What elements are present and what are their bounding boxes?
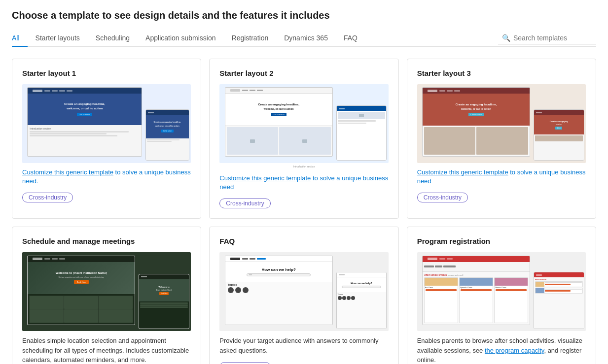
template-title-faq: FAQ (219, 237, 388, 245)
template-desc-starter1: Customize this generic template to solve… (22, 168, 191, 186)
tab-starter-layouts[interactable]: Starter layouts (28, 30, 88, 47)
search-input[interactable] (513, 34, 592, 42)
template-preview-schedule: Welcome to [Insert Institution Name] Set… (22, 252, 191, 331)
template-title-starter3: Starter layout 3 (417, 69, 586, 77)
template-card-faq[interactable]: FAQ How can we he (209, 227, 398, 364)
template-title-starter2: Starter layout 2 (219, 69, 388, 77)
template-desc-schedule: Enables simple location selection and ap… (22, 336, 191, 364)
nav-bar: All Starter layouts Scheduling Applicati… (12, 30, 596, 47)
template-card-starter2[interactable]: Starter layout 2 (209, 59, 398, 219)
template-preview-faq: How can we help? Topics (219, 252, 388, 331)
template-card-starter3[interactable]: Starter layout 3 (407, 59, 596, 219)
template-desc-starter2: Customize this generic template to solve… (219, 174, 388, 192)
template-title-schedule: Schedule and manage meetings (22, 237, 191, 245)
template-preview-starter3: Create an engaging headline, welcome, or… (417, 84, 586, 163)
template-preview-starter1: Create an engaging headline, welcome, or… (22, 84, 191, 163)
template-card-schedule[interactable]: Schedule and manage meetings (12, 227, 201, 364)
template-tag-starter2[interactable]: Cross-industry (219, 199, 270, 208)
template-tag-starter3[interactable]: Cross-industry (417, 193, 468, 202)
template-title-registration: Program registration (417, 237, 586, 245)
tab-dynamics365[interactable]: Dynamics 365 (276, 30, 336, 47)
tab-all[interactable]: All (12, 30, 28, 47)
tab-faq[interactable]: FAQ (336, 30, 365, 47)
template-title-starter1: Starter layout 1 (22, 69, 191, 77)
template-tag-faq[interactable]: Cross-industry (219, 362, 270, 364)
search-box[interactable]: 🔍 (498, 32, 596, 44)
template-desc-registration: Enables parents to browse after school a… (417, 336, 586, 364)
template-preview-starter2: Create an engaging headline, welcome, or… (219, 84, 388, 163)
template-card-registration[interactable]: Program registration (407, 227, 596, 364)
template-tag-starter1[interactable]: Cross-industry (22, 193, 73, 202)
template-card-starter1[interactable]: Starter layout 1 (12, 59, 201, 219)
tab-registration[interactable]: Registration (224, 30, 277, 47)
template-desc-starter3: Customize this generic template to solve… (417, 168, 586, 186)
nav-tabs: All Starter layouts Scheduling Applicati… (12, 30, 365, 46)
tab-application-submission[interactable]: Application submission (138, 30, 223, 47)
page-title: Choose a template to see design details … (12, 10, 596, 21)
template-preview-registration: After school events browse and enroll Ar… (417, 252, 586, 331)
templates-grid: Starter layout 1 (12, 59, 596, 364)
search-icon: 🔍 (502, 34, 510, 42)
template-desc-faq: Provide your target audience with answer… (219, 336, 388, 355)
tab-scheduling[interactable]: Scheduling (88, 30, 138, 47)
